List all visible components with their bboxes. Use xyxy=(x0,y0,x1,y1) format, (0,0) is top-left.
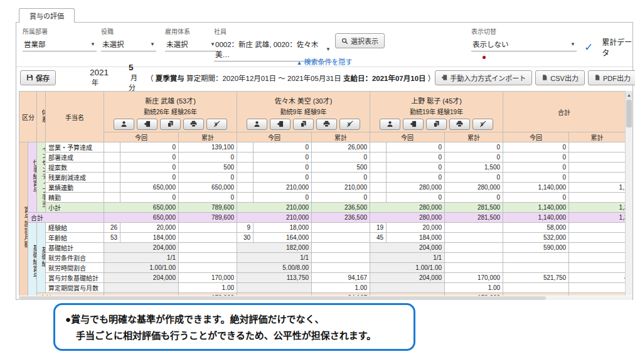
staff-icon xyxy=(387,120,393,127)
import-button[interactable] xyxy=(137,119,157,130)
total-cumulative-cell xyxy=(569,233,626,243)
yen-button[interactable]: ¥ xyxy=(472,119,493,130)
print-button[interactable] xyxy=(449,119,470,130)
qty-cell[interactable] xyxy=(370,153,387,163)
current-value-cell[interactable]: 0 xyxy=(387,153,445,163)
table-row: 就労時間割合1.00/1.005.00/8.001.00/1.00 xyxy=(19,263,626,273)
current-value-cell[interactable]: 0 xyxy=(253,163,312,173)
save-button[interactable]: 保存 xyxy=(20,70,56,85)
tab-bonus-evaluation[interactable]: 賞与の評価 xyxy=(19,8,75,23)
copy-button[interactable] xyxy=(293,119,314,130)
qty-cell[interactable]: 26 xyxy=(104,223,120,233)
scroll-up-icon[interactable]: ▲ xyxy=(626,91,632,99)
print-button[interactable] xyxy=(316,119,337,130)
current-value-cell[interactable]: 210,000 xyxy=(253,183,312,193)
staff-button[interactable] xyxy=(114,119,134,130)
current-value-cell[interactable]: 0 xyxy=(253,193,312,203)
copy-button[interactable] xyxy=(426,119,447,130)
horizontal-scrollbar[interactable] xyxy=(19,296,632,300)
print-button[interactable] xyxy=(183,119,204,130)
display-toggle-select[interactable]: 表示しない ▼ xyxy=(471,38,577,51)
current-value-cell[interactable]: 0 xyxy=(120,153,179,163)
qty-cell[interactable] xyxy=(370,173,387,183)
qty-cell[interactable]: 53 xyxy=(104,233,120,243)
copy-button[interactable] xyxy=(160,119,181,130)
qty-cell[interactable] xyxy=(237,163,253,173)
qty-cell[interactable] xyxy=(104,183,120,193)
current-value-cell[interactable]: 0 xyxy=(120,193,179,203)
current-value-cell[interactable]: 0 xyxy=(253,142,312,153)
current-value-cell[interactable]: 280,000 xyxy=(387,183,445,193)
current-value-cell[interactable]: 0 xyxy=(387,173,445,183)
current-value-cell[interactable]: 164,000 xyxy=(253,233,312,243)
qty-cell[interactable] xyxy=(237,173,253,183)
current-value-cell[interactable]: 0 xyxy=(120,173,179,183)
employee-filter: 社員 0002：新庄 武雄, 0020：佐々木 美… ▼ xyxy=(214,26,332,62)
qty-cell[interactable]: 19 xyxy=(370,223,387,233)
cumulative-value-cell xyxy=(445,223,503,233)
qty-cell[interactable] xyxy=(370,193,387,203)
current-value-cell[interactable]: 0 xyxy=(253,153,312,163)
print-icon xyxy=(456,120,463,127)
import-button[interactable] xyxy=(270,119,291,130)
vertical-scrollbar[interactable]: ▲ xyxy=(625,91,632,296)
current-value-cell[interactable]: 18,000 xyxy=(253,223,312,233)
manual-import-button[interactable]: 手動入力方式インポート xyxy=(435,70,532,85)
qty-cell[interactable] xyxy=(104,153,120,163)
qty-cell[interactable] xyxy=(104,142,120,153)
qty-cell[interactable]: 9 xyxy=(237,223,253,233)
qty-cell[interactable] xyxy=(104,173,120,183)
clipped-value: 165,100 xyxy=(569,144,626,151)
scrollbar-thumb[interactable] xyxy=(19,296,546,300)
clipped-value: 434,167 xyxy=(569,294,626,296)
search-filters: 所属部署 営業部 ▼ 役職 未選択 ▼ 雇用体系 未選択 ▼ xyxy=(16,23,632,56)
qty-cell[interactable] xyxy=(104,163,120,173)
scrollbar-thumb[interactable] xyxy=(626,100,632,127)
staff-button[interactable] xyxy=(247,119,267,130)
qty-cell[interactable] xyxy=(237,142,253,153)
current-value-cell: 1/1 xyxy=(104,253,179,263)
qty-cell[interactable] xyxy=(237,183,253,193)
current-value-cell[interactable]: 0 xyxy=(387,142,445,153)
cumulative-data-toggle[interactable]: ✓ 累計データ xyxy=(584,36,632,58)
table-row: 賞与対象基礎給計204,000170,000113,75094,167204,0… xyxy=(19,273,626,283)
table-row: 部署達成00000000 xyxy=(19,153,626,163)
qty-cell[interactable] xyxy=(104,193,120,203)
qty-cell[interactable] xyxy=(237,193,253,203)
current-value-cell[interactable]: 0 xyxy=(387,193,445,203)
search-icon xyxy=(341,38,348,45)
cumulative-value-cell xyxy=(445,263,503,273)
yen-button[interactable]: ¥ xyxy=(206,119,227,130)
inner-group-cell: 基礎給 xyxy=(37,223,46,293)
qty-cell[interactable] xyxy=(370,183,387,193)
print-icon xyxy=(323,120,330,127)
current-value-cell[interactable]: 184,000 xyxy=(120,233,179,243)
yen-button[interactable]: ¥ xyxy=(339,119,360,130)
csv-export-button[interactable]: CSV出力 xyxy=(535,70,585,85)
qty-cell[interactable]: 45 xyxy=(370,233,387,243)
cumulative-value-cell xyxy=(179,263,237,273)
qty-cell[interactable] xyxy=(370,142,387,153)
qty-cell[interactable] xyxy=(370,163,387,173)
current-value-cell[interactable]: 0 xyxy=(253,173,312,183)
current-value-cell[interactable]: 0 xyxy=(387,163,445,173)
staff-button[interactable] xyxy=(380,119,400,130)
cumulative-value-cell: 0 xyxy=(312,153,370,163)
current-value-cell[interactable]: 20,000 xyxy=(387,223,445,233)
current-value-cell[interactable]: 650,000 xyxy=(120,183,179,193)
current-value-cell[interactable]: 0 xyxy=(120,163,179,173)
department-select[interactable]: 営業部 ▼ xyxy=(23,38,97,51)
qty-cell[interactable] xyxy=(237,153,253,163)
current-value-cell[interactable]: 0 xyxy=(120,142,179,153)
import-button[interactable] xyxy=(403,119,424,130)
employment-select[interactable]: 未選択 ▼ xyxy=(165,38,216,51)
current-value-cell xyxy=(104,283,179,293)
employee-select[interactable]: 0002：新庄 武雄, 0020：佐々木 美… ▼ xyxy=(214,38,332,62)
qty-cell[interactable]: 30 xyxy=(237,233,253,243)
current-value-cell[interactable]: 20,000 xyxy=(120,223,179,233)
position-select[interactable]: 未選択 ▼ xyxy=(101,38,156,51)
display-toggle-filter: 表示切替 表示しない ▼ xyxy=(471,26,577,51)
select-display-button[interactable]: 選択表示 xyxy=(335,33,385,48)
current-value-cell[interactable]: 184,000 xyxy=(387,233,445,243)
pdf-export-button[interactable]: PDF出力 xyxy=(588,70,635,85)
